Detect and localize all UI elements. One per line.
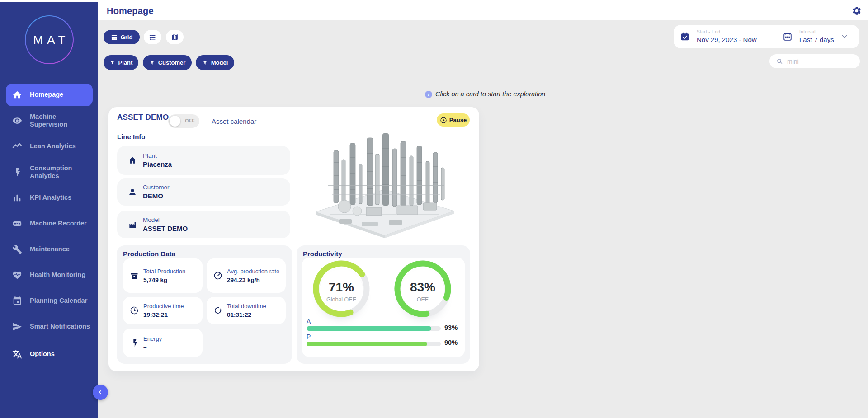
filter-model-button[interactable]: Model — [196, 55, 234, 70]
tile-productive-time[interactable]: Productive time 19:32:21 — [123, 297, 203, 324]
play-circle-icon — [440, 117, 447, 124]
sidebar-item-planning-calendar[interactable]: Planning Calendar — [6, 290, 93, 312]
funnel-icon — [149, 60, 155, 66]
filter-customer-button[interactable]: Customer — [143, 55, 192, 70]
production-data-panel: Production Data Total Production 5,749 k… — [117, 245, 292, 364]
header: Homepage — [98, 2, 868, 20]
pause-label: Pause — [449, 117, 467, 123]
gauge-value: 71% — [312, 280, 371, 295]
sidebar-item-machine-supervision[interactable]: Machine Supervision — [6, 109, 93, 132]
settings-gear-icon[interactable] — [852, 6, 862, 16]
bar-p-track — [307, 342, 441, 346]
tile-label: Total downtime — [227, 303, 282, 310]
sidebar-item-kpi-analytics[interactable]: KPI Analytics — [6, 187, 93, 209]
bar-p-label: P — [307, 333, 311, 340]
productivity-panel: Productivity 71% Global OEE — [297, 245, 470, 364]
chevron-down-icon — [840, 33, 849, 41]
sidebar-item-maintenance[interactable]: Maintenance — [6, 238, 93, 261]
sidebar-item-label: Homepage — [30, 91, 93, 99]
bar-a-fill — [307, 326, 431, 331]
funnel-icon — [202, 60, 208, 66]
tile-value: 01:31:22 — [227, 311, 282, 318]
pause-button[interactable]: Pause — [437, 113, 470, 127]
lightning-icon — [12, 167, 22, 177]
gauge-oee: 83% OEE — [393, 259, 452, 318]
sidebar-item-label: Planning Calendar — [30, 297, 93, 305]
eye-icon — [12, 116, 22, 126]
filter-label: Plant — [118, 59, 133, 66]
translate-icon — [12, 349, 22, 359]
bar-a-label: A — [307, 318, 311, 325]
search-icon — [776, 58, 783, 65]
gauge-icon — [213, 271, 222, 280]
grid-icon — [111, 34, 118, 41]
sidebar-collapse-button[interactable] — [93, 385, 108, 400]
funnel-icon — [109, 60, 115, 66]
tile-avg-production-rate[interactable]: Avg. production rate 294.23 kg/h — [207, 258, 286, 293]
view-grid-button[interactable]: Grid — [104, 30, 140, 44]
downtime-icon — [213, 306, 222, 315]
calendar-icon — [12, 296, 22, 306]
line-info-value: ASSET DEMO — [143, 225, 188, 232]
date-range-label: Start - End — [697, 29, 757, 34]
asset-calendar-label: Asset calendar — [212, 117, 256, 125]
energy-icon — [130, 338, 139, 348]
tile-label: Total Production — [143, 268, 198, 275]
asset-card[interactable]: ASSET DEMO OFF Asset calendar Pause Line… — [108, 107, 479, 371]
line-info-label: Model — [143, 216, 188, 223]
sidebar-item-label: Consumption Analytics — [30, 164, 93, 180]
line-info-row-customer[interactable]: Customer DEMO — [117, 178, 290, 206]
person-icon — [128, 188, 137, 197]
tile-total-production[interactable]: Total Production 5,749 kg — [123, 258, 203, 293]
sidebar-item-label: Lean Analytics — [30, 142, 93, 150]
sidebar-item-lean-analytics[interactable]: Lean Analytics — [6, 135, 93, 158]
sidebar-item-machine-recorder[interactable]: Machine Recorder — [6, 212, 93, 235]
sidebar-item-label: Health Monitoring — [30, 271, 93, 279]
view-list-button[interactable] — [144, 30, 161, 44]
line-info-value: DEMO — [143, 192, 163, 200]
interval-label: Interval — [799, 29, 834, 34]
sidebar-item-label: KPI Analytics — [30, 194, 93, 202]
brand-logo: MAT — [25, 15, 74, 64]
sidebar-item-options[interactable]: Options — [6, 343, 93, 366]
sidebar-item-smart-notifications[interactable]: Smart Notifications — [6, 315, 93, 338]
tile-value: – — [143, 343, 198, 350]
home-icon — [12, 90, 22, 100]
toggle-knob — [170, 116, 180, 127]
info-icon: i — [425, 91, 432, 98]
line-info-label: Customer — [143, 184, 170, 191]
view-map-button[interactable] — [166, 30, 184, 44]
view-grid-label: Grid — [121, 34, 133, 41]
filter-plant-button[interactable]: Plant — [104, 55, 138, 70]
line-info-row-model[interactable]: Model ASSET DEMO — [117, 211, 290, 238]
sidebar-item-consumption-analytics[interactable]: Consumption Analytics — [6, 161, 93, 183]
interval-select[interactable]: Interval Last 7 days — [776, 25, 859, 48]
productivity-title: Productivity — [303, 250, 342, 258]
tile-energy[interactable]: Energy – — [123, 329, 203, 357]
sidebar-item-health-monitoring[interactable]: Health Monitoring — [6, 264, 93, 286]
brand-logo-text: MAT — [29, 33, 70, 47]
sidebar-item-label: Options — [30, 350, 93, 358]
package-icon — [130, 271, 139, 280]
sidebar-item-homepage[interactable]: Homepage — [6, 84, 93, 106]
asset-calendar-toggle[interactable]: OFF — [168, 114, 199, 128]
search-input[interactable] — [787, 58, 855, 65]
exploration-hint: Click on a card to start the exploration — [435, 90, 545, 98]
date-range-panel: Start - End Nov 29, 2023 - Now Interval … — [674, 25, 859, 48]
production-data-title: Production Data — [123, 250, 175, 258]
tile-value: 19:32:21 — [143, 311, 198, 318]
filter-label: Customer — [158, 59, 186, 66]
tile-label: Energy — [143, 335, 198, 343]
gauge-label: OEE — [393, 296, 452, 303]
bar-a-percent: 93% — [444, 324, 458, 331]
app-root: MAT Homepage Machine Supervision Lean An… — [0, 0, 868, 418]
tile-label: Productive time — [143, 303, 198, 310]
toggle-state-label: OFF — [185, 118, 195, 123]
tile-total-downtime[interactable]: Total downtime 01:31:22 — [207, 297, 286, 324]
calendar-interval-icon — [783, 32, 793, 42]
sidebar-item-label: Maintenance — [30, 245, 93, 253]
line-info-row-plant[interactable]: Plant Piacenza — [117, 146, 290, 175]
date-range-picker[interactable]: Start - End Nov 29, 2023 - Now — [674, 25, 776, 48]
line-info-value: Piacenza — [143, 160, 172, 168]
factory-illustration — [312, 131, 458, 239]
